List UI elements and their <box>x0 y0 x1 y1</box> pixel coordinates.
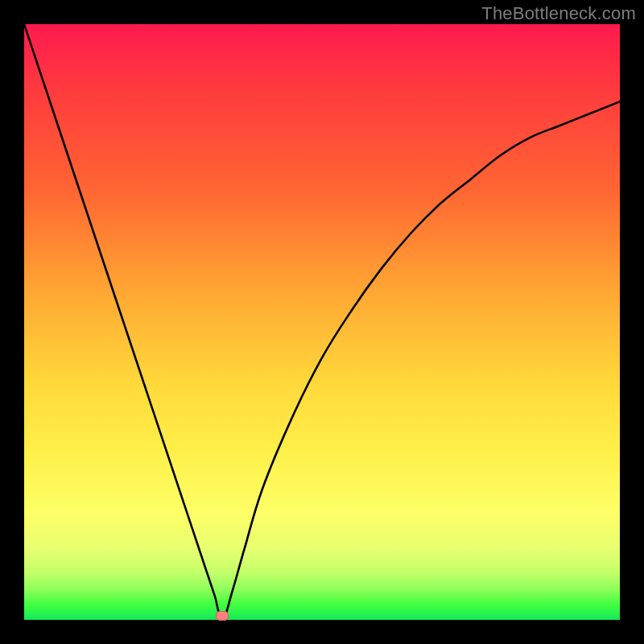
plot-area <box>24 24 620 620</box>
chart-frame: TheBottleneck.com <box>0 0 644 644</box>
bottleneck-curve <box>24 24 620 620</box>
watermark-text: TheBottleneck.com <box>481 3 636 24</box>
min-marker <box>216 611 229 621</box>
curve-svg <box>24 24 620 620</box>
